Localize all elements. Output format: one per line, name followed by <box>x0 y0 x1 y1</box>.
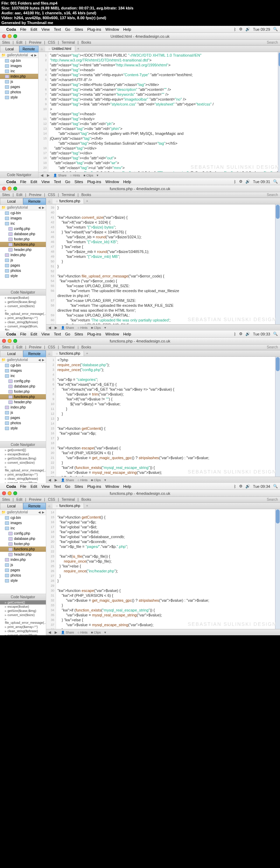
codenav-item[interactable]: ▹ getContent() <box>0 600 46 605</box>
clips-button[interactable]: ■ Clips <box>91 478 101 482</box>
mode-item[interactable]: Sites <box>2 345 10 349</box>
mode-item[interactable]: Sites <box>2 41 10 44</box>
file-tree-item[interactable]: images <box>0 368 46 373</box>
code-area[interactable]: 1415161718192021222324252627282930313233… <box>46 509 280 629</box>
file-tree-item[interactable]: functions.php <box>0 394 46 399</box>
menu-item[interactable]: Window <box>105 180 119 184</box>
menu-item[interactable]: View <box>41 484 50 489</box>
menu-item[interactable]: Text <box>54 332 61 336</box>
file-tree-item[interactable]: footer.php <box>0 389 46 394</box>
file-tree-item[interactable]: database.php <box>0 384 46 389</box>
mode-item[interactable]: Sites <box>2 193 10 197</box>
menu-item[interactable]: Plug-ins <box>87 180 101 184</box>
remote-button[interactable]: Remote <box>19 46 38 52</box>
mode-item[interactable]: Terminal <box>62 41 75 44</box>
menu-item[interactable]: Text <box>54 180 61 184</box>
menu-item[interactable]: Help <box>123 332 131 336</box>
menu-item[interactable]: Go <box>65 180 70 184</box>
mode-item[interactable]: Books <box>81 41 91 44</box>
file-tree-item[interactable]: photos <box>0 573 46 578</box>
scroll-thumb[interactable] <box>279 52 280 66</box>
app-name[interactable]: Coda <box>6 27 16 31</box>
codenav-item[interactable]: ▹ get[content]() <box>0 448 46 452</box>
nav-fwd-icon[interactable]: ▶ <box>55 630 57 634</box>
scroll-thumb[interactable] <box>276 509 280 523</box>
codenav-item[interactable]: ▹ escape($value) <box>0 452 46 456</box>
remote-button[interactable]: Remote <box>23 198 46 205</box>
mode-item[interactable]: Edit <box>16 498 22 501</box>
mode-item[interactable]: CSS <box>48 498 55 501</box>
volume-icon[interactable]: 🔊 <box>245 179 250 184</box>
scrollbar[interactable] <box>275 509 280 629</box>
editor-tab[interactable]: ○functions.php <box>52 198 84 204</box>
file-tree-item[interactable]: functions.php <box>0 547 46 552</box>
mode-item[interactable]: Terminal <box>62 498 75 501</box>
clock[interactable]: Tue 09:34 <box>253 484 270 489</box>
mode-item[interactable]: CSS <box>48 193 55 197</box>
file-tree-item[interactable]: style <box>0 578 46 583</box>
codenav-item[interactable]: ▹ print_array($array="") <box>0 316 46 320</box>
close-tab-icon[interactable]: ○ <box>56 200 58 203</box>
menu-item[interactable]: Sites <box>75 180 83 184</box>
spotlight-icon[interactable]: 🔍 <box>273 484 278 489</box>
file-tree-item[interactable]: cgi-bin <box>0 363 46 368</box>
volume-icon[interactable]: 🔊 <box>245 27 250 31</box>
file-tree-item[interactable]: header.php <box>0 247 46 252</box>
local-button[interactable]: Local <box>0 46 19 52</box>
spotlight-icon[interactable]: 🔍 <box>273 27 278 31</box>
file-tree-item[interactable]: inc <box>0 221 46 226</box>
file-tree-item[interactable]: pages <box>0 567 46 573</box>
mode-item[interactable]: Preview <box>29 41 42 44</box>
dropdown-icon[interactable]: ▾ <box>104 630 106 634</box>
app-name[interactable]: Coda <box>6 484 16 489</box>
volume-icon[interactable]: 🔊 <box>245 332 250 336</box>
source[interactable]: <?phprequire_once("database.php");requir… <box>56 357 280 477</box>
mode-item[interactable]: Edit <box>16 193 22 197</box>
path-crumb[interactable]: 📁gallerytutorial◀▶ <box>0 357 46 363</box>
file-tree-item[interactable]: style <box>0 426 46 431</box>
editor-tab[interactable]: ○Untitled.html <box>45 46 75 51</box>
file-tree-item[interactable]: footer.php <box>0 541 46 547</box>
mode-item[interactable]: Books <box>81 193 91 197</box>
codenav-item[interactable]: ▹ clean_string($phrase) <box>0 320 46 324</box>
codenav-item[interactable]: ▹ getSize($case,$img) <box>0 300 46 304</box>
spotlight-icon[interactable]: 🔍 <box>273 179 278 184</box>
file-tree-item[interactable]: config.php <box>0 378 46 384</box>
hints-button[interactable]: ○ Hints <box>78 326 88 330</box>
codenav-item[interactable]: ▹ convert_size($size) <box>0 461 46 465</box>
file-tree-item[interactable]: images <box>0 520 46 526</box>
file-tree-item[interactable]: cgi-bin <box>0 210 46 216</box>
file-tree-item[interactable]: database.php <box>0 536 46 541</box>
mode-item[interactable]: Terminal <box>62 193 75 197</box>
menu-item[interactable]: File <box>20 180 27 184</box>
nav-back-icon[interactable]: ◀ <box>38 206 41 209</box>
nav-back-icon[interactable]: ◀ <box>48 478 51 482</box>
file-tree-item[interactable]: index.php <box>0 74 38 79</box>
file-tree-item[interactable]: index.php <box>0 557 46 562</box>
codenav-item[interactable]: ▹ convert_size($size) <box>0 613 46 617</box>
menu-item[interactable]: Go <box>65 332 70 336</box>
menu-item[interactable]: Go <box>65 484 70 489</box>
menu-item[interactable]: Plug-ins <box>87 332 101 336</box>
nav-back-icon[interactable]: ◀ <box>48 326 51 330</box>
code-area[interactable]: 1234567891011121314151617181920212223 "a… <box>38 52 280 172</box>
path-crumb[interactable]: 📁gallerytutorial◀▶ <box>0 509 46 515</box>
menu-item[interactable]: Edit <box>30 27 37 31</box>
nav-fwd-icon[interactable]: ▶ <box>34 53 37 57</box>
file-tree-item[interactable]: photos <box>0 89 38 95</box>
nav-back-icon[interactable]: ◀ <box>30 53 33 57</box>
nav-fwd-icon[interactable]: ▶ <box>55 326 57 330</box>
file-tree-item[interactable]: cgi-bin <box>0 58 38 63</box>
file-tree-item[interactable]: images <box>0 63 38 68</box>
mode-item[interactable]: Edit <box>16 345 22 349</box>
home-icon[interactable]: ⌂ <box>46 199 52 203</box>
menu-item[interactable]: Help <box>123 484 131 489</box>
codenav-item[interactable]: ▹ file_upload_error_message(... <box>0 308 46 316</box>
file-tree-item[interactable]: pages <box>0 415 46 420</box>
clips-button[interactable]: ■ Clips <box>83 174 93 177</box>
menu-item[interactable]: Help <box>123 180 131 184</box>
dropdown-icon[interactable]: ▾ <box>104 478 106 482</box>
codenav-item[interactable]: ▹ clean_string($phrase) <box>0 477 46 481</box>
nav-fwd-icon[interactable]: ▶ <box>42 511 44 514</box>
share-button[interactable]: 👤 Share <box>61 478 74 482</box>
